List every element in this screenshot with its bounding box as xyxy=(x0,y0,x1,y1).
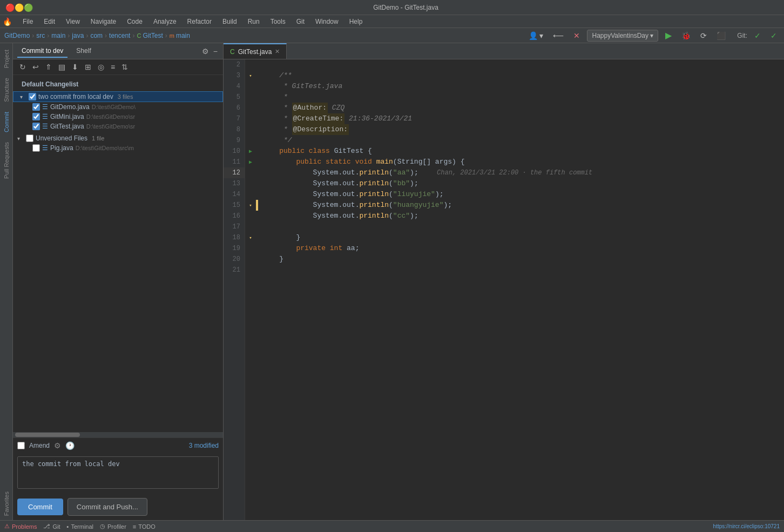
group-button[interactable]: ⊞ xyxy=(83,62,93,72)
back-button[interactable]: 👤 ▾ xyxy=(526,30,546,42)
profiler-icon: ◷ xyxy=(100,523,105,530)
more-button[interactable]: ⟳ xyxy=(698,30,709,42)
menu-window[interactable]: Window xyxy=(313,17,341,26)
java-icon-gitdemo: ☰ xyxy=(42,103,48,111)
history-icon-commit[interactable]: 🕐 xyxy=(65,441,75,450)
tab-close-icon[interactable]: ✕ xyxy=(275,48,280,55)
filter-button[interactable]: ≡ xyxy=(109,62,117,72)
file-gittest[interactable]: ☰ GitTest.java D:\test\GitDemo\sr xyxy=(13,122,223,131)
commit-button[interactable]: Commit xyxy=(17,499,63,515)
tab-label-gittest: GitTest.java xyxy=(238,48,272,56)
eye-button[interactable]: ◎ xyxy=(96,62,106,72)
git-check1[interactable]: ✓ xyxy=(752,30,763,42)
side-icon-project[interactable]: Project xyxy=(2,45,11,72)
amend-checkbox[interactable] xyxy=(17,442,25,449)
breadcrumb-gittest[interactable]: GitTest xyxy=(143,32,163,39)
code-line-11: public static void main(String[] args) { xyxy=(262,157,780,167)
menu-refactor[interactable]: Refactor xyxy=(185,17,214,26)
settings-icon-commit[interactable]: ⚙ xyxy=(54,441,61,450)
run-gutter-10[interactable]: ▶ xyxy=(249,148,252,154)
commit-options: Amend ⚙ 🕐 3 modified xyxy=(13,437,223,453)
navigate-back-button[interactable]: ⟵ xyxy=(550,30,566,42)
changelist-checkbox[interactable] xyxy=(29,93,36,100)
move-button[interactable]: ⇑ xyxy=(43,62,54,72)
breadcrumb-tencent[interactable]: tencent xyxy=(109,32,130,39)
gutter-12 xyxy=(245,167,256,178)
commit-message-input[interactable]: the commit from local dev xyxy=(17,456,219,489)
breadcrumb-branch[interactable]: main xyxy=(176,32,190,39)
tab-commit-to-dev[interactable]: Commit to dev xyxy=(17,45,67,58)
breadcrumb-main[interactable]: main xyxy=(51,32,65,39)
breadcrumb-gitdemo[interactable]: GitDemo xyxy=(4,32,30,39)
expand-arrow-changelist[interactable]: ▾ xyxy=(20,94,26,100)
status-terminal[interactable]: ▪ Terminal xyxy=(67,523,93,530)
expand-arrow-unversioned[interactable]: ▾ xyxy=(17,136,24,142)
status-url: https://nircr.ci/eclipso:10721 xyxy=(713,523,780,529)
gittest-checkbox[interactable] xyxy=(32,123,40,130)
refresh-button[interactable]: ↻ xyxy=(17,62,28,72)
menu-file[interactable]: File xyxy=(21,17,35,26)
pig-checkbox[interactable] xyxy=(32,144,40,152)
section-unversioned[interactable]: ▾ Unversioned Files 1 file xyxy=(13,133,223,143)
menu-help[interactable]: Help xyxy=(347,17,365,26)
unversioned-checkbox[interactable] xyxy=(26,134,33,142)
sort-button[interactable]: ⇅ xyxy=(119,62,130,72)
default-changelist-label: Default Changelist xyxy=(17,78,83,90)
editor-tab-gittest[interactable]: C GitTest.java ✕ xyxy=(224,43,287,59)
line-num-5: 5 xyxy=(224,92,245,103)
gutter-13 xyxy=(245,178,256,189)
status-problems[interactable]: ⚠ Problems xyxy=(4,523,37,530)
menu-git[interactable]: Git xyxy=(294,17,307,26)
git-label: Git: xyxy=(737,32,747,39)
status-todo[interactable]: ≡ TODO xyxy=(133,523,156,530)
debug-button[interactable]: 🐞 xyxy=(679,30,693,42)
menu-analyze[interactable]: Analyze xyxy=(151,17,179,26)
menu-navigate[interactable]: Navigate xyxy=(89,17,118,26)
gitdemo-checkbox[interactable] xyxy=(32,103,40,111)
code-editor[interactable]: 2 3 4 5 6 7 8 9 10 11 12 13 14 15 16 17 … xyxy=(224,59,784,520)
changelist-two-commit[interactable]: ▾ two commit from local dev 3 files xyxy=(13,91,223,102)
menu-edit[interactable]: Edit xyxy=(42,17,57,26)
run-gutter-11[interactable]: ▶ xyxy=(249,159,252,165)
code-line-17 xyxy=(262,221,780,232)
menu-code[interactable]: Code xyxy=(125,17,145,26)
run-button[interactable]: ▶ xyxy=(663,29,674,42)
gitmini-checkbox[interactable] xyxy=(32,113,40,120)
menu-build[interactable]: Build xyxy=(220,17,239,26)
stop-button[interactable]: ⬛ xyxy=(714,30,728,42)
diff-button[interactable]: ▤ xyxy=(56,62,67,72)
file-gitmini[interactable]: ☰ GitMini.java D:\test\GitDemo\sr xyxy=(13,112,223,122)
file-gitdemo[interactable]: ☰ GitDemo.java D:\test\GitDemo\ xyxy=(13,102,223,112)
download-button[interactable]: ⬇ xyxy=(70,62,80,72)
amend-label[interactable]: Amend xyxy=(29,442,50,449)
breadcrumb-com[interactable]: com xyxy=(90,32,103,39)
tab-shelf[interactable]: Shelf xyxy=(72,45,95,58)
side-icon-favorites[interactable]: Favorites xyxy=(2,487,11,520)
minimize-button[interactable]: − xyxy=(212,46,219,57)
settings-icon-button[interactable]: ⚙ xyxy=(201,46,210,57)
status-profiler[interactable]: ◷ Profiler xyxy=(100,523,126,530)
commit-push-button[interactable]: Commit and Push... xyxy=(67,498,147,516)
file-tree: Default Changelist ▾ two commit from loc… xyxy=(13,75,223,432)
code-line-21 xyxy=(262,265,780,275)
line-num-7: 7 xyxy=(224,113,245,124)
menu-view[interactable]: View xyxy=(64,17,82,26)
status-git[interactable]: ⎇ Git xyxy=(43,523,60,530)
close-red-button[interactable]: ✕ xyxy=(571,30,583,42)
undo-button[interactable]: ↩ xyxy=(30,62,41,72)
scrollbar-area xyxy=(13,432,223,437)
side-icon-commit[interactable]: Commit xyxy=(2,107,11,137)
git-check2[interactable]: ✓ xyxy=(768,30,780,42)
gutter-9 xyxy=(245,135,256,146)
side-icon-pullrequests[interactable]: Pull Requests xyxy=(2,138,11,183)
breadcrumb-src[interactable]: src xyxy=(36,32,45,39)
breadcrumb-java[interactable]: java xyxy=(72,32,84,39)
branch-selector[interactable]: HappyValentinsDay ▾ xyxy=(587,30,658,42)
code-content[interactable]: /** * GitTest.java * * @Author: CZQ * @C… xyxy=(258,59,784,520)
side-icon-structure[interactable]: Structure xyxy=(2,73,11,106)
file-pig[interactable]: ☰ Pig.java D:\test\GitDemo\src\m xyxy=(13,143,223,153)
gutter-3: ▾ xyxy=(245,70,256,81)
menu-tools[interactable]: Tools xyxy=(268,17,288,26)
menu-run[interactable]: Run xyxy=(246,17,262,26)
code-line-15: System.out.println("huangyujie"); xyxy=(262,200,780,211)
